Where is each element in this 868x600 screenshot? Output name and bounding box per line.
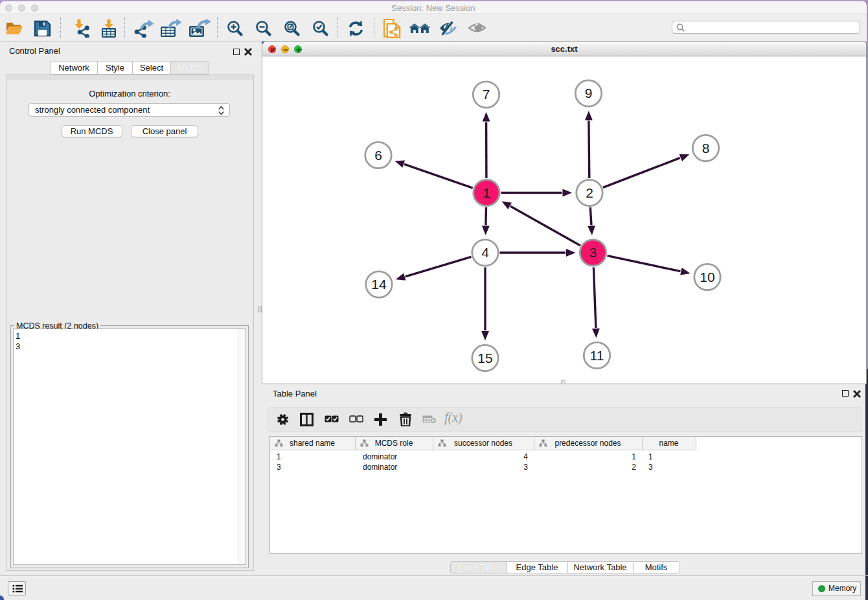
svg-text:6: 6 — [374, 148, 382, 163]
svg-text:4: 4 — [481, 245, 489, 260]
svg-text:1: 1 — [483, 185, 490, 200]
svg-text:2: 2 — [586, 185, 593, 200]
svg-text:7: 7 — [483, 87, 490, 102]
svg-text:11: 11 — [590, 348, 604, 363]
svg-text:10: 10 — [700, 270, 714, 284]
svg-text:9: 9 — [585, 86, 593, 100]
svg-text:8: 8 — [702, 141, 710, 156]
svg-text:15: 15 — [477, 351, 492, 365]
svg-text:14: 14 — [371, 277, 387, 292]
svg-text:3: 3 — [589, 245, 597, 260]
